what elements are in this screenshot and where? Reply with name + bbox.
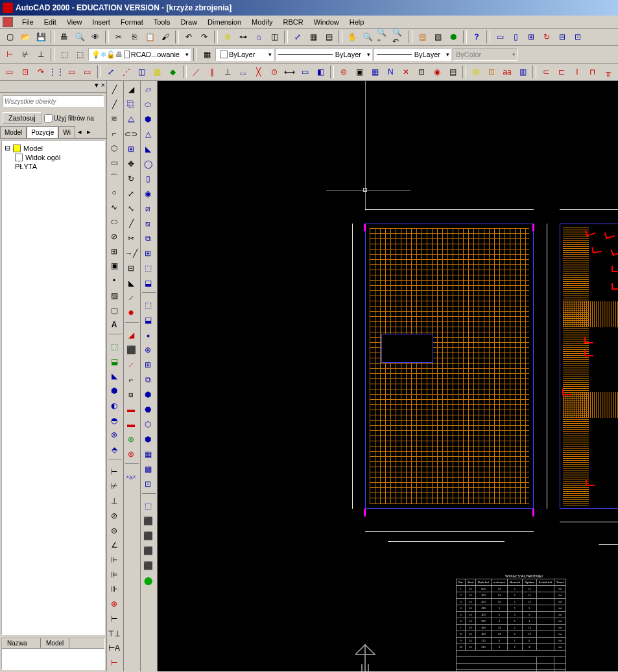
dims1-icon[interactable]: ⊕ [107,597,121,611]
dim-ord-icon[interactable]: ⊥ [34,47,48,62]
s10-icon[interactable]: ⬢ [141,432,155,446]
rect-icon[interactable]: ▭ [107,156,121,170]
u7-icon[interactable]: ▬ [124,417,138,432]
temp-track-icon[interactable]: ⊶ [236,30,250,44]
rb5-icon[interactable]: ▭ [65,65,79,79]
new-icon[interactable]: ▢ [3,30,17,44]
ellipse-icon[interactable]: ⬭ [107,214,121,229]
surf5-icon[interactable]: ◐ [107,399,121,413]
tab-prev-icon[interactable]: ◂ [75,126,84,138]
dimang-icon[interactable]: ∠ [107,538,121,552]
menu-file[interactable]: File [17,17,39,27]
surf8-icon[interactable]: ⬘ [107,443,121,457]
extend-icon[interactable]: →╱ [124,246,138,261]
named-view-icon[interactable]: ⊞ [524,30,538,44]
surf3-icon[interactable]: ◣ [107,369,121,384]
pline-icon[interactable]: ⌐ [107,126,121,141]
zoom-rt-icon[interactable]: 🔍 [361,30,375,44]
rb25-icon[interactable]: ✕ [399,65,413,79]
rb8-icon[interactable]: ⋰ [119,65,134,79]
dimu-icon[interactable]: ⊢ [107,656,121,670]
u3-icon[interactable]: ⟋ [124,358,138,372]
rb32-icon[interactable]: ▥ [516,65,530,79]
th-nazwa[interactable]: Nazwa [2,638,41,648]
apply-button[interactable]: Zastosuj [3,112,42,124]
shade5-icon[interactable]: ⬛ [141,559,155,573]
color-icon[interactable]: ▦ [200,47,214,62]
dim-linear-icon[interactable]: ⊢ [3,47,17,62]
s2-icon[interactable]: ⬓ [141,313,155,327]
surf1-icon[interactable]: ⬚ [107,340,121,354]
setup3-icon[interactable]: ⬓ [141,276,155,290]
wedge-icon[interactable]: ◣ [141,142,155,156]
rb20-icon[interactable]: ◧ [313,65,327,79]
dime-icon[interactable]: ⊢A [107,641,121,655]
filter-check[interactable]: Użyj filtrów na [44,114,94,122]
shade3-icon[interactable]: ⬛ [141,529,155,543]
rb26-icon[interactable]: ⊡ [414,65,429,79]
menu-window[interactable]: Window [309,17,344,27]
u1-icon[interactable]: ◢ [124,328,138,342]
extrude-icon[interactable]: ▯ [141,172,155,186]
copy-icon[interactable]: ⎘ [127,30,141,44]
rb12-icon[interactable]: ／ [189,65,204,79]
cut-icon[interactable]: ✂ [112,30,126,44]
rb9-icon[interactable]: ◫ [135,65,149,79]
rb16-icon[interactable]: ╳ [252,65,266,79]
surf7-icon[interactable]: ⊛ [107,428,121,442]
shade6-icon[interactable]: ⬤ [141,574,155,588]
rb27-icon[interactable]: ◉ [430,65,444,79]
rb13-icon[interactable]: ‖ [205,65,219,79]
menu-rbcr[interactable]: RBCR [278,17,308,27]
lengthen-icon[interactable]: ╱ [124,216,138,231]
surf6-icon[interactable]: ◓ [107,413,121,428]
tree-root[interactable]: ⊟ Model [5,143,102,153]
hyperlink-icon[interactable]: ⊕ [220,30,235,44]
panel-close-icon[interactable]: × [101,81,105,92]
rb10-icon[interactable]: ▦ [150,65,165,79]
menu-dimension[interactable]: Dimension [202,17,246,27]
tab-wi[interactable]: Wi [58,126,75,138]
setup2-icon[interactable]: ⬚ [141,261,155,275]
slice-icon[interactable]: ⧄ [141,202,155,216]
save-icon[interactable]: 💾 [34,30,48,44]
dist-icon[interactable]: ⤢ [291,30,305,44]
named-vp-icon[interactable]: ⊟ [555,30,569,44]
pan-icon[interactable]: ✋ [345,30,359,44]
dimr-icon[interactable]: ⊘ [107,509,121,523]
surf2-icon[interactable]: ⬓ [107,354,121,369]
dims2-icon[interactable]: ⊢ [107,612,121,626]
props-icon[interactable]: ▤ [322,30,336,44]
setup1-icon[interactable]: ⊞ [141,246,155,261]
hatch-icon[interactable]: ▨ [107,288,121,303]
torus-icon[interactable]: ◯ [141,157,155,171]
rb1-icon[interactable]: ▭ [3,65,17,79]
stretch-icon[interactable]: ⤡ [124,202,138,216]
tab-next-icon[interactable]: ▸ [84,126,93,138]
menu-draw[interactable]: Draw [175,17,202,27]
rb7-icon[interactable]: ⤢ [104,65,118,79]
spline-icon[interactable]: ∿ [107,200,121,214]
diml-icon[interactable]: ⊢ [107,465,121,479]
viewport2-icon[interactable]: ▯ [508,30,523,44]
rb6-icon[interactable]: ▭ [80,65,95,79]
scale-icon[interactable]: ⤢ [124,187,138,201]
s11-icon[interactable]: ▦ [141,447,155,461]
s8-icon[interactable]: ⬣ [141,402,155,417]
osnap-icon[interactable]: ⌂ [252,30,266,44]
panel-dropdown-icon[interactable]: ▾ [95,81,99,92]
menu-edit[interactable]: Edit [39,17,62,27]
explode-icon[interactable]: ✸ [124,306,138,320]
help-icon[interactable]: ? [469,30,484,44]
dimq-icon[interactable]: ⊩ [107,553,121,567]
adc-icon[interactable]: ▦ [306,30,320,44]
menu-tools[interactable]: Tools [149,17,176,27]
box-icon[interactable]: ▱ [141,82,155,97]
color-dropdown[interactable]: ByLayer [215,48,274,61]
undo-icon[interactable]: ↶ [182,30,196,44]
mtext-icon[interactable]: A [107,318,121,332]
rb17-icon[interactable]: ⊙ [267,65,281,79]
rb15-icon[interactable]: ⌓ [236,65,250,79]
menu-modify[interactable]: Modify [246,17,278,27]
lineweight-dropdown[interactable]: ByLayer [374,48,451,61]
